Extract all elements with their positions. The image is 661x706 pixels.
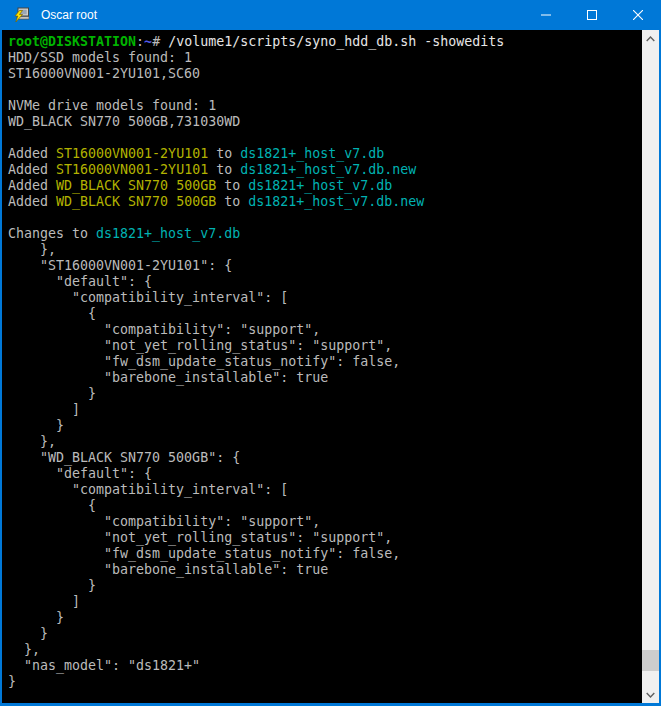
terminal-line: "WD_BLACK SN770 500GB": { bbox=[8, 450, 642, 466]
terminal-line: Added ST16000VN001-2YU101 to ds1821+_hos… bbox=[8, 162, 642, 178]
window-controls bbox=[523, 0, 661, 30]
terminal-line: } bbox=[8, 626, 642, 642]
terminal-line: Added ST16000VN001-2YU101 to ds1821+_hos… bbox=[8, 146, 642, 162]
maximize-button[interactable] bbox=[569, 0, 615, 30]
terminal-line: "nas_model": "ds1821+" bbox=[8, 658, 642, 674]
window-title: Oscar root bbox=[41, 8, 523, 22]
terminal-line: "not_yet_rolling_status": "support", bbox=[8, 530, 642, 546]
terminal-line: "default": { bbox=[8, 274, 642, 290]
terminal-output[interactable]: root@DISKSTATION:~# /volume1/scripts/syn… bbox=[2, 30, 642, 703]
terminal-line: "fw_dsm_update_status_notify": false, bbox=[8, 354, 642, 370]
terminal-line: } bbox=[8, 674, 642, 690]
terminal-line: ST16000VN001-2YU101,SC60 bbox=[8, 66, 642, 82]
minimize-button[interactable] bbox=[523, 0, 569, 30]
titlebar[interactable]: Oscar root bbox=[0, 0, 661, 30]
window-body: root@DISKSTATION:~# /volume1/scripts/syn… bbox=[0, 30, 661, 706]
terminal-line: root@DISKSTATION:~# /volume1/scripts/syn… bbox=[8, 34, 642, 50]
terminal-line: "compatibility_interval": [ bbox=[8, 290, 642, 306]
terminal-line: ] bbox=[8, 402, 642, 418]
terminal-line: }, bbox=[8, 242, 642, 258]
terminal-line: "fw_dsm_update_status_notify": false, bbox=[8, 546, 642, 562]
scroll-up-arrow-icon[interactable] bbox=[642, 30, 659, 47]
terminal-line: } bbox=[8, 610, 642, 626]
terminal-line: { bbox=[8, 306, 642, 322]
terminal-line: Changes to ds1821+_host_v7.db bbox=[8, 226, 642, 242]
terminal-line: "compatibility_interval": [ bbox=[8, 482, 642, 498]
terminal-line: ] bbox=[8, 594, 642, 610]
close-button[interactable] bbox=[615, 0, 661, 30]
vertical-scrollbar[interactable] bbox=[642, 30, 659, 703]
terminal-line: "barebone_installable": true bbox=[8, 562, 642, 578]
terminal-line: "compatibility": "support", bbox=[8, 322, 642, 338]
terminal-line bbox=[8, 82, 642, 98]
scrollbar-thumb[interactable] bbox=[642, 650, 659, 671]
putty-app-icon[interactable] bbox=[13, 7, 29, 23]
terminal-line: "barebone_installable": true bbox=[8, 370, 642, 386]
terminal-line bbox=[8, 210, 642, 226]
terminal-line: HDD/SSD models found: 1 bbox=[8, 50, 642, 66]
terminal-line: WD_BLACK SN770 500GB,731030WD bbox=[8, 114, 642, 130]
terminal-line: } bbox=[8, 386, 642, 402]
putty-window: Oscar root root@DISKSTATION:~# /volume1/… bbox=[0, 0, 661, 706]
terminal-line bbox=[8, 130, 642, 146]
terminal-line: Added WD_BLACK SN770 500GB to ds1821+_ho… bbox=[8, 194, 642, 210]
terminal-line: { bbox=[8, 498, 642, 514]
terminal-line: "ST16000VN001-2YU101": { bbox=[8, 258, 642, 274]
terminal-line: "compatibility": "support", bbox=[8, 514, 642, 530]
terminal-line: }, bbox=[8, 434, 642, 450]
terminal-line: "not_yet_rolling_status": "support", bbox=[8, 338, 642, 354]
terminal-line: NVMe drive models found: 1 bbox=[8, 98, 642, 114]
terminal-line: } bbox=[8, 418, 642, 434]
terminal-line: "default": { bbox=[8, 466, 642, 482]
scroll-down-arrow-icon[interactable] bbox=[642, 686, 659, 703]
terminal-line: }, bbox=[8, 642, 642, 658]
terminal-line: } bbox=[8, 578, 642, 594]
terminal-line: Added WD_BLACK SN770 500GB to ds1821+_ho… bbox=[8, 178, 642, 194]
